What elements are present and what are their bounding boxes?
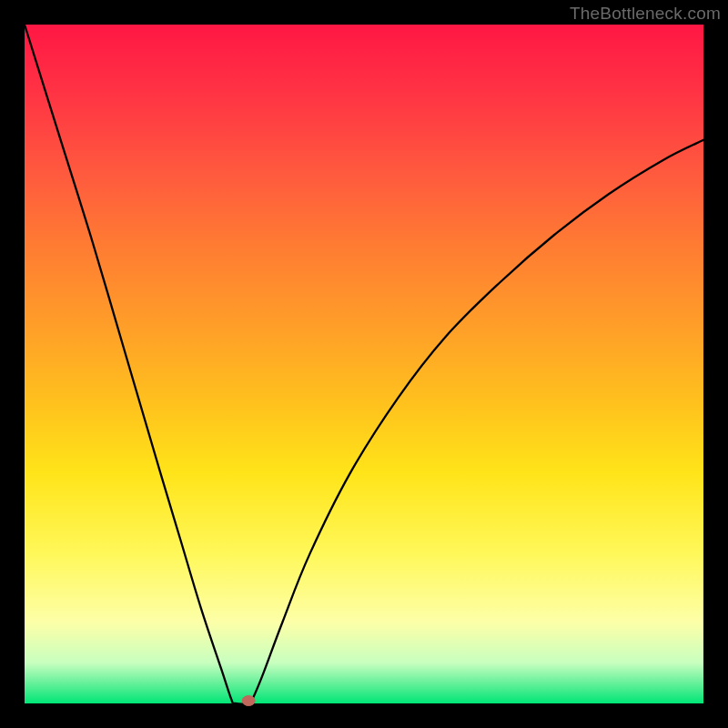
watermark-text: TheBottleneck.com xyxy=(570,4,721,24)
chart-frame: TheBottleneck.com xyxy=(0,0,728,728)
plot-area xyxy=(25,25,703,703)
